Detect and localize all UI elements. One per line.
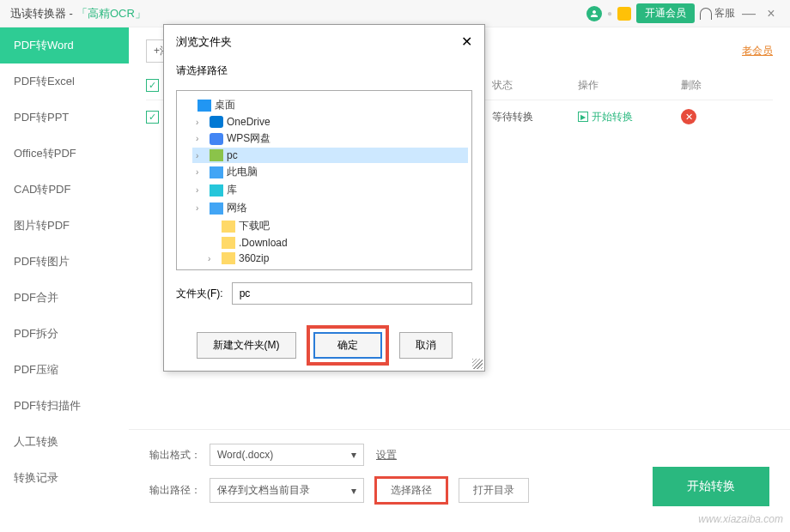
dialog-close-button[interactable]: ✕ — [461, 33, 472, 50]
tree-item-network[interactable]: ›网络 — [192, 199, 468, 217]
format-label: 输出格式： — [149, 448, 210, 462]
tree-arrow: › — [196, 118, 206, 127]
tree-arrow: › — [208, 254, 218, 263]
vip-button[interactable]: 开通会员 — [636, 3, 695, 23]
tree-arrow: › — [196, 151, 206, 160]
sidebar-item-pdf-ppt[interactable]: PDF转PPT — [0, 100, 129, 136]
row-status: 等待转换 — [492, 110, 578, 124]
delete-icon: ✕ — [681, 109, 696, 124]
tree-item-onedrive[interactable]: ›OneDrive — [192, 114, 468, 130]
path-select[interactable]: 保存到文档当前目录 ▾ — [210, 478, 364, 503]
ocr-label: 「高精OCR」 — [76, 6, 146, 21]
old-member-link[interactable]: 老会员 — [742, 44, 773, 58]
separator-dot: ● — [607, 9, 612, 18]
open-dir-button[interactable]: 打开目录 — [459, 478, 529, 503]
sidebar-item-cad-pdf[interactable]: CAD转PDF — [0, 172, 129, 208]
cancel-button[interactable]: 取消 — [399, 332, 453, 359]
folder-icon — [222, 252, 235, 264]
dialog-prompt: 请选择路径 — [176, 63, 472, 78]
close-button[interactable]: × — [763, 6, 780, 21]
app-title: 迅读转换器 - 「高精OCR」 — [10, 6, 146, 21]
path-value: 保存到文档当前目录 — [217, 483, 310, 498]
vip-badge-icon — [617, 7, 631, 21]
folder-input[interactable] — [232, 282, 472, 305]
sidebar-item-history[interactable]: 转换记录 — [0, 460, 129, 496]
row-delete[interactable]: ✕ — [681, 109, 732, 124]
folder-field-label: 文件夹(F): — [176, 287, 223, 301]
select-all-checkbox[interactable]: ✓ — [146, 79, 159, 92]
resize-grip-icon[interactable] — [472, 359, 483, 369]
select-path-button[interactable]: 选择路径 — [376, 478, 447, 503]
header-action: 操作 — [578, 78, 681, 93]
header-status: 状态 — [492, 78, 578, 93]
row-checkbox[interactable]: ✓ — [146, 111, 159, 124]
chevron-down-icon: ▾ — [351, 485, 356, 497]
sidebar: PDF转Word PDF转Excel PDF转PPT Office转PDF CA… — [0, 27, 129, 482]
headphone-icon — [700, 8, 712, 20]
app-name: 迅读转换器 - — [10, 6, 73, 21]
tree-arrow: › — [196, 134, 206, 143]
tree-arrow: › — [196, 167, 206, 177]
bottom-bar: 输出格式： Word(.docx) ▾ 设置 输出路径： 保存到文档当前目录 ▾… — [129, 429, 790, 532]
tree-arrow: › — [196, 203, 206, 213]
path-label: 输出路径： — [149, 483, 210, 498]
dialog-title: 浏览文件夹 — [176, 34, 232, 50]
user-icon — [210, 149, 223, 161]
sidebar-item-manual[interactable]: 人工转换 — [0, 424, 129, 460]
start-convert-button[interactable]: ▶ 开始转换 — [578, 110, 681, 124]
play-icon: ▶ — [578, 112, 588, 122]
tree-item-lib[interactable]: ›库 — [192, 181, 468, 199]
folder-icon — [222, 221, 235, 233]
format-select[interactable]: Word(.docx) ▾ — [210, 444, 364, 466]
sidebar-item-pdf-split[interactable]: PDF拆分 — [0, 316, 129, 352]
header-delete: 删除 — [681, 78, 732, 93]
tree-item-wps[interactable]: ›WPS网盘 — [192, 130, 468, 148]
desktop-icon — [198, 100, 211, 112]
tree-item-folder[interactable]: ›360zip — [204, 251, 468, 266]
sidebar-item-img-pdf[interactable]: 图片转PDF — [0, 208, 129, 244]
folder-icon — [222, 237, 235, 249]
tree-item-folder[interactable]: 下载吧 — [204, 217, 468, 235]
ok-button[interactable]: 确定 — [313, 332, 382, 359]
network-icon — [210, 203, 223, 215]
minimize-button[interactable]: — — [740, 6, 757, 21]
start-label: 开始转换 — [592, 110, 633, 124]
sidebar-item-pdf-img[interactable]: PDF转图片 — [0, 244, 129, 280]
tree-item-folder[interactable]: .Download — [204, 235, 468, 251]
new-folder-button[interactable]: 新建文件夹(M) — [197, 332, 296, 359]
convert-button[interactable]: 开始转换 — [653, 467, 769, 506]
service-button[interactable]: 客服 — [700, 6, 735, 21]
watermark: www.xiazaiba.com — [698, 513, 783, 525]
sidebar-item-office-pdf[interactable]: Office转PDF — [0, 136, 129, 172]
avatar-icon[interactable] — [586, 6, 602, 21]
tree-item-pc[interactable]: ›pc — [192, 148, 468, 163]
format-value: Word(.docx) — [217, 449, 273, 461]
tree-arrow: › — [196, 185, 206, 195]
settings-link[interactable]: 设置 — [376, 448, 397, 462]
wps-icon — [210, 133, 223, 145]
library-icon — [210, 184, 223, 196]
sidebar-item-pdf-compress[interactable]: PDF压缩 — [0, 352, 129, 388]
chevron-down-icon: ▾ — [351, 449, 356, 461]
service-label: 客服 — [714, 6, 735, 21]
computer-icon — [210, 166, 223, 178]
sidebar-item-pdf-merge[interactable]: PDF合并 — [0, 280, 129, 316]
tree-item-thispc[interactable]: ›此电脑 — [192, 163, 468, 181]
sidebar-item-pdf-excel[interactable]: PDF转Excel — [0, 63, 129, 100]
onedrive-icon — [210, 116, 223, 128]
sidebar-item-pdf-scan[interactable]: PDF转扫描件 — [0, 388, 129, 424]
sidebar-item-pdf-word[interactable]: PDF转Word — [0, 27, 129, 63]
browse-folder-dialog: 浏览文件夹 ✕ 请选择路径 桌面 ›OneDrive ›WPS网盘 ›pc ›此… — [163, 24, 485, 372]
folder-tree[interactable]: 桌面 ›OneDrive ›WPS网盘 ›pc ›此电脑 ›库 ›网络 下载吧 … — [176, 90, 472, 270]
tree-item-desktop[interactable]: 桌面 — [180, 96, 468, 114]
